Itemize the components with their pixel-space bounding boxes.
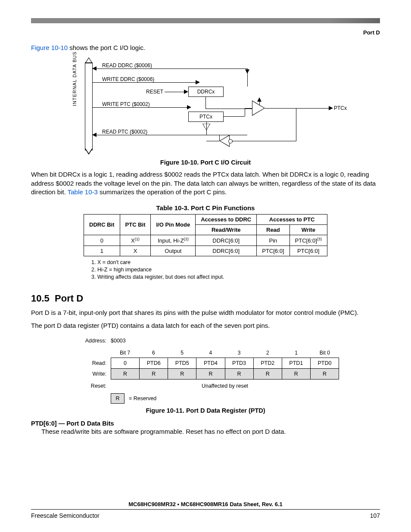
reset-label: RESET [146, 89, 163, 95]
figure-10-11: Address: $0003 Bit 76 54 32 1Bit 0 Read:… [72, 336, 339, 404]
page-footer: MC68HC908MR32 • MC68HC908MR16 Data Sheet… [31, 501, 380, 519]
bus-label: INTERNAL DATA BUS [72, 51, 77, 106]
figure-10-10-caption: Figure 10-10. Port C I/O Circuit [31, 159, 380, 166]
read-label: Read: [72, 360, 111, 366]
write-ddrc-label: WRITE DDRC ($0006) [102, 76, 154, 82]
intro-paragraph: Figure 10-10 shows the port C I/O logic. [31, 44, 380, 52]
write-ptc-label: WRITE PTC ($0002) [102, 101, 150, 107]
figure-10-11-caption: Figure 10-11. Port D Data Register (PTD) [31, 407, 380, 414]
portd-para2: The port D data register (PTD) contains … [31, 321, 380, 330]
write-label: Write: [72, 371, 111, 377]
ptcx-box: PTCx [188, 112, 224, 122]
figure-10-10: INTERNAL DATA BUS READ DDRC ($0006) WRIT… [68, 56, 343, 156]
page-number: 107 [370, 512, 380, 519]
ddrcx-box: DDRCx [188, 87, 224, 97]
ptd-definition: PTD[6:0] — Port D Data Bits These read/w… [31, 420, 380, 435]
table-notes: 1. X = don't care 2. Hi-Z = high impedan… [91, 259, 380, 281]
footer-left: Freescale Semiconductor [31, 512, 100, 519]
portd-para1: Port D is a 7-bit, input-only port that … [31, 308, 380, 317]
address-value: $0003 [111, 338, 339, 344]
section-heading: 10.5 Port D [31, 293, 380, 304]
header-rule [31, 18, 380, 23]
reset-label: Reset: [72, 383, 111, 389]
legend-reserved-text: = Reserved [129, 395, 156, 401]
read-ddrc-label: READ DDRC ($0006) [102, 62, 152, 68]
legend-reserved-box: R [111, 393, 125, 404]
ptcx-pin-label: PTCx [334, 105, 347, 111]
table-10-3: DDRC Bit PTC Bit I/O Pin Mode Accesses t… [84, 214, 327, 256]
table-ref-link[interactable]: Table 10-3 [68, 188, 98, 196]
fig-ref-link[interactable]: Figure 10-10 [31, 44, 68, 51]
table-10-3-caption: Table 10-3. Port C Pin Functions [31, 204, 380, 212]
address-label: Address: [72, 338, 111, 344]
running-head: Port D [31, 29, 380, 36]
reset-value: Unaffected by reset [111, 383, 339, 389]
read-ptc-label: READ PTC ($0002) [102, 129, 147, 135]
paragraph-2: When bit DDRCx is a logic 1, reading add… [31, 170, 380, 196]
